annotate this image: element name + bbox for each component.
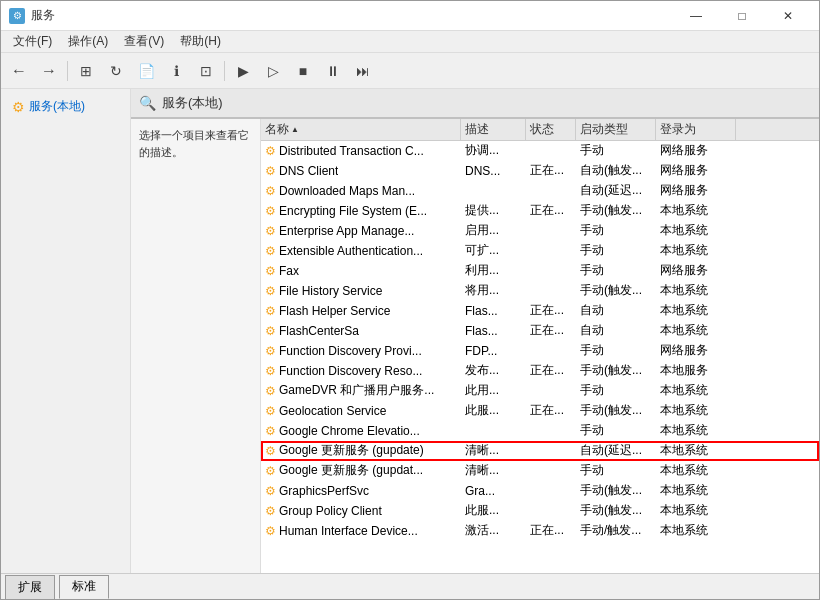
cell-login: 本地系统 (656, 461, 736, 481)
stop-button[interactable]: ■ (289, 57, 317, 85)
help-icon-button[interactable]: ⊡ (192, 57, 220, 85)
service-icon: ⚙ (265, 344, 276, 358)
cell-desc: Flas... (461, 301, 526, 321)
close-button[interactable]: ✕ (765, 1, 811, 31)
column-header-status[interactable]: 状态 (526, 119, 576, 141)
cell-status: 正在... (526, 521, 576, 541)
app-icon: ⚙ (9, 8, 25, 24)
cell-desc: 此服... (461, 401, 526, 421)
table-row[interactable]: ⚙ Extensible Authentication... 可扩... 手动 … (261, 241, 819, 261)
cell-status (526, 181, 576, 201)
menu-help[interactable]: 帮助(H) (172, 31, 229, 53)
cell-startup: 手动 (576, 461, 656, 481)
service-icon: ⚙ (265, 444, 276, 458)
table-row[interactable]: ⚙ File History Service 将用... 手动(触发... 本地… (261, 281, 819, 301)
forward-button[interactable]: → (35, 57, 63, 85)
cell-startup: 手动 (576, 381, 656, 401)
cell-name: ⚙ Google Chrome Elevatio... (261, 421, 461, 441)
cell-startup: 手动 (576, 241, 656, 261)
menu-file[interactable]: 文件(F) (5, 31, 60, 53)
minimize-button[interactable]: — (673, 1, 719, 31)
service-icon: ⚙ (265, 524, 276, 538)
cell-login: 本地系统 (656, 481, 736, 501)
restart-button[interactable]: ⏭ (349, 57, 377, 85)
service-name: Google 更新服务 (gupdat... (279, 462, 423, 479)
cell-status (526, 261, 576, 281)
cell-desc: DNS... (461, 161, 526, 181)
menu-action[interactable]: 操作(A) (60, 31, 116, 53)
play2-button[interactable]: ▷ (259, 57, 287, 85)
sidebar-item-local-services[interactable]: ⚙ 服务(本地) (5, 93, 126, 120)
table-row[interactable]: ⚙ Distributed Transaction C... 协调... 手动 … (261, 141, 819, 161)
cell-startup: 手动 (576, 341, 656, 361)
service-name: Human Interface Device... (279, 524, 418, 538)
cell-desc: Flas... (461, 321, 526, 341)
column-header-desc[interactable]: 描述 (461, 119, 526, 141)
cell-login: 本地服务 (656, 361, 736, 381)
table-row[interactable]: ⚙ Google 更新服务 (gupdate) 清晰... 自动(延迟... 本… (261, 441, 819, 461)
table-row[interactable]: ⚙ DNS Client DNS... 正在... 自动(触发... 网络服务 (261, 161, 819, 181)
cell-startup: 自动 (576, 301, 656, 321)
cell-name: ⚙ GraphicsPerfSvc (261, 481, 461, 501)
cell-status (526, 381, 576, 401)
tab-extended[interactable]: 扩展 (5, 575, 55, 599)
pause-button[interactable]: ⏸ (319, 57, 347, 85)
export-button[interactable]: 📄 (132, 57, 160, 85)
table-row[interactable]: ⚙ Function Discovery Reso... 发布... 正在...… (261, 361, 819, 381)
show-console-button[interactable]: ⊞ (72, 57, 100, 85)
column-header-name[interactable]: 名称 ▲ (261, 119, 461, 141)
table-row[interactable]: ⚙ GameDVR 和广播用户服务... 此用... 手动 本地系统 (261, 381, 819, 401)
service-name: Downloaded Maps Man... (279, 184, 415, 198)
service-icon: ⚙ (265, 404, 276, 418)
cell-status (526, 341, 576, 361)
maximize-button[interactable]: □ (719, 1, 765, 31)
sidebar: ⚙ 服务(本地) (1, 89, 131, 573)
properties-button[interactable]: ℹ (162, 57, 190, 85)
table-row[interactable]: ⚙ Downloaded Maps Man... 自动(延迟... 网络服务 (261, 181, 819, 201)
refresh-button[interactable]: ↻ (102, 57, 130, 85)
column-header-login[interactable]: 登录为 (656, 119, 736, 141)
title-bar: ⚙ 服务 — □ ✕ (1, 1, 819, 31)
table-row[interactable]: ⚙ Function Discovery Provi... FDP... 手动 … (261, 341, 819, 361)
cell-login: 本地系统 (656, 301, 736, 321)
table-row[interactable]: ⚙ Geolocation Service 此服... 正在... 手动(触发.… (261, 401, 819, 421)
table-row[interactable]: ⚙ Enterprise App Manage... 启用... 手动 本地系统 (261, 221, 819, 241)
table-row[interactable]: ⚙ Human Interface Device... 激活... 正在... … (261, 521, 819, 541)
toolbar-separator-1 (67, 61, 68, 81)
cell-login: 网络服务 (656, 141, 736, 161)
cell-status (526, 241, 576, 261)
cell-name: ⚙ Human Interface Device... (261, 521, 461, 541)
service-name: Distributed Transaction C... (279, 144, 424, 158)
service-icon: ⚙ (265, 364, 276, 378)
play-button[interactable]: ▶ (229, 57, 257, 85)
cell-status (526, 421, 576, 441)
back-button[interactable]: ← (5, 57, 33, 85)
table-row[interactable]: ⚙ Google 更新服务 (gupdat... 清晰... 手动 本地系统 (261, 461, 819, 481)
cell-startup: 手动(触发... (576, 401, 656, 421)
service-name: Group Policy Client (279, 504, 382, 518)
menu-view[interactable]: 查看(V) (116, 31, 172, 53)
cell-login: 网络服务 (656, 161, 736, 181)
service-name: Flash Helper Service (279, 304, 390, 318)
description-text: 选择一个项目来查看它的描述。 (139, 129, 249, 158)
table-row[interactable]: ⚙ Encrypting File System (E... 提供... 正在.… (261, 201, 819, 221)
service-icon: ⚙ (265, 384, 276, 398)
list-body[interactable]: ⚙ Distributed Transaction C... 协调... 手动 … (261, 141, 819, 573)
service-name: GraphicsPerfSvc (279, 484, 369, 498)
cell-login: 本地系统 (656, 381, 736, 401)
table-row[interactable]: ⚙ Group Policy Client 此服... 手动(触发... 本地系… (261, 501, 819, 521)
table-row[interactable]: ⚙ Flash Helper Service Flas... 正在... 自动 … (261, 301, 819, 321)
table-row[interactable]: ⚙ Fax 利用... 手动 网络服务 (261, 261, 819, 281)
cell-startup: 手动(触发... (576, 281, 656, 301)
table-row[interactable]: ⚙ GraphicsPerfSvc Gra... 手动(触发... 本地系统 (261, 481, 819, 501)
cell-name: ⚙ Distributed Transaction C... (261, 141, 461, 161)
cell-desc: 可扩... (461, 241, 526, 261)
table-row[interactable]: ⚙ FlashCenterSa Flas... 正在... 自动 本地系统 (261, 321, 819, 341)
cell-startup: 自动(触发... (576, 161, 656, 181)
column-header-startup[interactable]: 启动类型 (576, 119, 656, 141)
service-name: Enterprise App Manage... (279, 224, 414, 238)
cell-status (526, 141, 576, 161)
cell-login: 本地系统 (656, 201, 736, 221)
tab-standard[interactable]: 标准 (59, 575, 109, 599)
table-row[interactable]: ⚙ Google Chrome Elevatio... 手动 本地系统 (261, 421, 819, 441)
